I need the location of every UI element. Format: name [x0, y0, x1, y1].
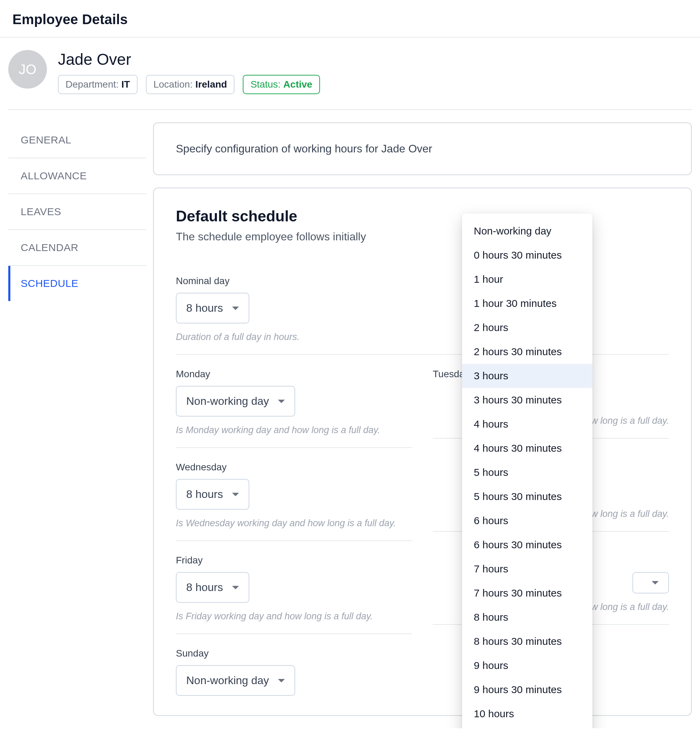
- chip-department-value: IT: [121, 79, 130, 90]
- employee-info: Jade Over Department: IT Location: Irela…: [58, 50, 320, 94]
- avatar: JO: [8, 50, 47, 88]
- schedule-card-subtitle: The schedule employee follows initially: [176, 230, 669, 243]
- side-nav: GENERAL ALLOWANCE LEAVES CALENDAR SCHEDU…: [8, 122, 146, 301]
- dropdown-option[interactable]: 8 hours: [462, 605, 593, 629]
- day-label-monday: Monday: [176, 369, 412, 380]
- days-grid: Monday Non-working day Is Monday working…: [176, 355, 669, 696]
- chips-row: Department: IT Location: Ireland Status:…: [58, 75, 320, 94]
- chip-location: Location: Ireland: [146, 75, 234, 94]
- dropdown-option[interactable]: 9 hours 30 minutes: [462, 678, 593, 702]
- page-header: Employee Details: [0, 0, 700, 38]
- day-label-friday: Friday: [176, 555, 412, 566]
- chevron-down-icon: [278, 679, 285, 683]
- avatar-initials: JO: [19, 62, 36, 77]
- day-select-monday[interactable]: Non-working day: [176, 386, 295, 416]
- intro-text: Specify configuration of working hours f…: [176, 143, 669, 155]
- day-block-friday: Friday 8 hours Is Friday working day and…: [176, 541, 412, 634]
- dropdown-option[interactable]: 3 hours 30 minutes: [462, 388, 593, 412]
- chip-status-label: Status:: [250, 79, 280, 90]
- day-select-wednesday[interactable]: 8 hours: [176, 479, 249, 510]
- sidebar-item-leaves[interactable]: LEAVES: [8, 194, 146, 230]
- schedule-card-title: Default schedule: [176, 207, 669, 225]
- day-label-sunday: Sunday: [176, 648, 412, 659]
- day-label-wednesday: Wednesday: [176, 462, 412, 473]
- day-select-saturday[interactable]: [632, 572, 669, 593]
- dropdown-option[interactable]: 3 hours: [462, 364, 593, 388]
- dropdown-option[interactable]: 2 hours 30 minutes: [462, 340, 593, 364]
- dropdown-option[interactable]: 6 hours: [462, 509, 593, 533]
- dropdown-option[interactable]: 0 hours 30 minutes: [462, 243, 593, 267]
- day-value-wednesday: 8 hours: [186, 488, 223, 501]
- nominal-day-value: 8 hours: [186, 302, 223, 315]
- dropdown-option[interactable]: Non-working day: [462, 219, 593, 243]
- day-help-wednesday: Is Wednesday working day and how long is…: [176, 518, 412, 529]
- dropdown-option[interactable]: 4 hours: [462, 412, 593, 436]
- nominal-day-select[interactable]: 8 hours: [176, 293, 249, 324]
- day-block-monday: Monday Non-working day Is Monday working…: [176, 355, 412, 448]
- day-help-monday: Is Monday working day and how long is a …: [176, 425, 412, 435]
- chevron-down-icon: [232, 306, 239, 310]
- employee-summary: JO Jade Over Department: IT Location: Ir…: [0, 38, 700, 94]
- day-help-friday: Is Friday working day and how long is a …: [176, 611, 412, 622]
- dropdown-option[interactable]: 5 hours: [462, 460, 593, 484]
- nominal-day-block: Nominal day 8 hours Duration of a full d…: [176, 260, 669, 355]
- day-block-wednesday: Wednesday 8 hours Is Wednesday working d…: [176, 448, 412, 541]
- day-select-sunday[interactable]: Non-working day: [176, 665, 295, 696]
- chip-status: Status: Active: [243, 75, 320, 94]
- dropdown-option[interactable]: 1 hour: [462, 267, 593, 291]
- sidebar-item-general[interactable]: GENERAL: [8, 122, 146, 158]
- chip-department-label: Department:: [66, 79, 119, 90]
- dropdown-option[interactable]: 7 hours: [462, 557, 593, 581]
- chip-location-value: Ireland: [196, 79, 227, 90]
- sidebar-item-allowance[interactable]: ALLOWANCE: [8, 158, 146, 194]
- day-block-sunday: Sunday Non-working day: [176, 634, 412, 696]
- dropdown-option[interactable]: 2 hours: [462, 316, 593, 340]
- intro-card: Specify configuration of working hours f…: [153, 122, 692, 175]
- employee-name: Jade Over: [58, 50, 320, 69]
- main-column: Specify configuration of working hours f…: [153, 122, 692, 728]
- nominal-day-label: Nominal day: [176, 275, 669, 287]
- chip-location-label: Location:: [153, 79, 193, 90]
- content-area: GENERAL ALLOWANCE LEAVES CALENDAR SCHEDU…: [0, 110, 700, 728]
- chevron-down-icon: [652, 581, 659, 584]
- chevron-down-icon: [232, 586, 239, 589]
- day-value-friday: 8 hours: [186, 581, 223, 594]
- nominal-day-help: Duration of a full day in hours.: [176, 332, 669, 343]
- sidebar-item-calendar[interactable]: CALENDAR: [8, 230, 146, 266]
- dropdown-option[interactable]: 8 hours 30 minutes: [462, 629, 593, 653]
- sidebar-item-schedule[interactable]: SCHEDULE: [8, 266, 146, 301]
- chevron-down-icon: [232, 493, 239, 496]
- schedule-card: Default schedule The schedule employee f…: [153, 188, 692, 716]
- day-value-monday: Non-working day: [186, 395, 269, 408]
- chip-status-value: Active: [284, 79, 312, 90]
- chevron-down-icon: [278, 400, 285, 403]
- chip-department: Department: IT: [58, 75, 138, 94]
- dropdown-option[interactable]: 7 hours 30 minutes: [462, 581, 593, 605]
- day-select-friday[interactable]: 8 hours: [176, 572, 249, 603]
- dropdown-option[interactable]: 4 hours 30 minutes: [462, 436, 593, 460]
- dropdown-option[interactable]: 5 hours 30 minutes: [462, 484, 593, 509]
- page-title: Employee Details: [12, 12, 688, 27]
- dropdown-option[interactable]: 1 hour 30 minutes: [462, 291, 593, 316]
- dropdown-option[interactable]: 6 hours 30 minutes: [462, 533, 593, 557]
- dropdown-option[interactable]: 10 hours: [462, 702, 593, 726]
- dropdown-option[interactable]: 10 hours 30 minutes: [462, 726, 593, 728]
- hours-dropdown[interactable]: Non-working day0 hours 30 minutes1 hour1…: [462, 213, 593, 728]
- day-value-sunday: Non-working day: [186, 674, 269, 687]
- dropdown-option[interactable]: 9 hours: [462, 653, 593, 678]
